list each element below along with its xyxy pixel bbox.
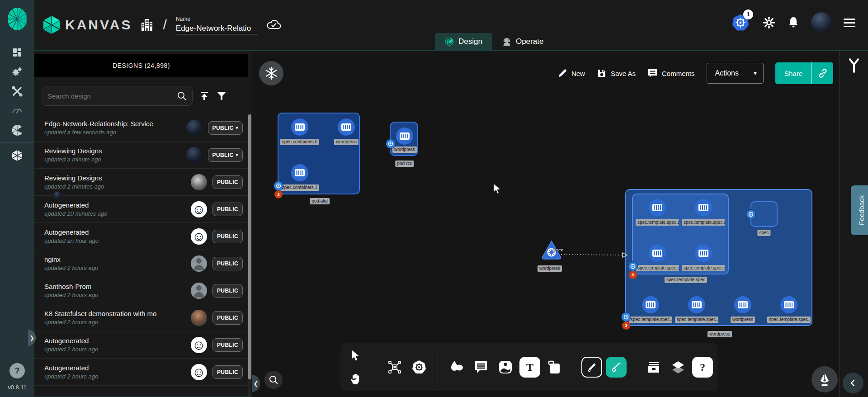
- search-icon[interactable]: [177, 91, 187, 101]
- issue-count-badge[interactable]: 3: [622, 321, 630, 330]
- drawer-tool-icon[interactable]: [643, 357, 664, 378]
- actions-caret-icon[interactable]: ▼: [747, 63, 763, 83]
- environment-badge-icon[interactable]: [746, 209, 756, 219]
- comments-button[interactable]: Comments: [647, 68, 695, 78]
- container-node[interactable]: [396, 128, 413, 145]
- edge-service-to-deployment[interactable]: [561, 250, 628, 260]
- tab-operate[interactable]: Operate: [492, 33, 553, 50]
- design-list-item[interactable]: Autogenerated updated 2 hours ago PUBLIC…: [34, 359, 248, 386]
- design-list-item[interactable]: Reviewing Designs updated a minute ago P…: [34, 142, 248, 169]
- help-icon[interactable]: ?: [9, 363, 25, 378]
- environment-badge-icon[interactable]: [628, 261, 638, 271]
- design-list-item[interactable]: Autogenerated updated 10 minutes ago PUB…: [34, 196, 248, 223]
- doodle-tool-icon[interactable]: [606, 357, 627, 378]
- design-list-item[interactable]: nginx updated 2 hours ago PUBLIC▾: [34, 250, 248, 277]
- environment-badge-icon[interactable]: [621, 312, 631, 322]
- container-node[interactable]: [688, 296, 705, 313]
- media-tool-icon[interactable]: [495, 357, 516, 378]
- container-node[interactable]: [780, 296, 797, 313]
- visibility-badge[interactable]: PUBLIC▾: [212, 257, 243, 270]
- settings-gear-icon[interactable]: [762, 16, 776, 29]
- menu-hamburger-icon[interactable]: [844, 19, 855, 27]
- meshery-logo[interactable]: [7, 7, 28, 31]
- container-node[interactable]: [338, 118, 355, 136]
- performance-icon[interactable]: [0, 101, 34, 120]
- kubernetes-tool-icon[interactable]: [409, 357, 429, 378]
- kubernetes-context-icon[interactable]: 1: [731, 13, 750, 33]
- pan-hand-tool-icon[interactable]: [345, 369, 366, 389]
- issue-count-badge[interactable]: 2: [274, 190, 283, 198]
- zoom-tool-icon[interactable]: [264, 371, 283, 389]
- tab-design[interactable]: Design: [435, 33, 492, 50]
- dashboard-icon[interactable]: [0, 43, 34, 62]
- designs-scrollbar[interactable]: [248, 114, 251, 397]
- copy-link-icon[interactable]: [811, 62, 833, 84]
- design-list-item[interactable]: Autogenerated updated an hour ago PUBLIC…: [34, 223, 248, 250]
- node-pod-template[interactable]: spec.template.spec.s... spec.template.sp…: [632, 194, 729, 274]
- design-search-box[interactable]: [42, 86, 193, 106]
- panel-collapse-chevron-icon[interactable]: ❮: [252, 375, 260, 392]
- filter-funnel-icon[interactable]: [216, 91, 227, 101]
- share-button[interactable]: Share: [775, 62, 811, 84]
- container-node[interactable]: [734, 296, 751, 313]
- layers-tool-icon[interactable]: [668, 357, 689, 378]
- import-design-icon[interactable]: [199, 90, 210, 101]
- design-list-item[interactable]: K8 Statefulset demonstration with mo upd…: [34, 304, 248, 331]
- visibility-badge[interactable]: PUBLIC▾: [212, 284, 243, 298]
- environment-badge-icon[interactable]: [274, 181, 283, 191]
- design-name-input[interactable]: [176, 23, 258, 34]
- visibility-badge[interactable]: PUBLIC▾: [212, 230, 243, 243]
- kanvas-brand[interactable]: KANVAS: [42, 15, 132, 35]
- design-list-item[interactable]: Edge-Network-Relationship: Service updat…: [34, 114, 248, 142]
- notifications-bell-icon[interactable]: [788, 16, 799, 29]
- extensions-icon[interactable]: [0, 120, 34, 140]
- visibility-badge[interactable]: PUBLIC▾: [212, 338, 243, 352]
- container-node[interactable]: [291, 118, 308, 136]
- shapes-tool-icon[interactable]: [446, 357, 467, 378]
- text-tool-icon[interactable]: T: [519, 357, 540, 378]
- new-button[interactable]: New: [557, 68, 585, 78]
- node-pod-rcc[interactable]: wordpress pod-rcc: [390, 122, 418, 156]
- feedback-tab[interactable]: Feedback: [851, 185, 868, 235]
- node-deployment-wordpress[interactable]: spec.template.spec.s... spec.template.sp…: [625, 189, 812, 326]
- visibility-select[interactable]: PUBLIC▾: [208, 121, 243, 135]
- pen-tool-icon[interactable]: [581, 357, 602, 378]
- cluster-snowflake-icon[interactable]: [259, 61, 283, 85]
- select-tool-icon[interactable]: [345, 345, 366, 366]
- design-search-input[interactable]: [47, 92, 177, 100]
- layout-tool-icon[interactable]: [384, 357, 405, 378]
- expand-panel-chevron-icon[interactable]: [843, 373, 863, 393]
- design-canvas[interactable]: New Save As Comments Actions ▼ Share: [252, 51, 840, 397]
- save-as-button[interactable]: Save As: [597, 68, 636, 78]
- configuration-toolbox-icon[interactable]: [0, 81, 34, 101]
- visibility-label: PUBLIC: [217, 233, 238, 240]
- visibility-badge[interactable]: PUBLIC▾: [212, 365, 243, 379]
- design-list-item[interactable]: Reviewing Designs updated 2 minutes ago …: [34, 169, 248, 196]
- kanvas-rail-icon[interactable]: [0, 146, 34, 165]
- organization-building-icon[interactable]: [140, 18, 154, 32]
- actions-button[interactable]: Actions: [707, 63, 747, 83]
- container-node[interactable]: [291, 164, 308, 181]
- visibility-select[interactable]: PUBLIC▾: [208, 148, 243, 162]
- help-tool-icon[interactable]: ?: [692, 357, 713, 378]
- merge-flask-icon[interactable]: [847, 58, 861, 73]
- design-list-item[interactable]: Santhosh-Prom updated 2 hours ago PUBLIC…: [34, 277, 248, 304]
- visibility-badge[interactable]: PUBLIC▾: [212, 311, 243, 325]
- container-node[interactable]: [642, 296, 659, 313]
- user-avatar[interactable]: [811, 12, 832, 33]
- issue-count-badge[interactable]: 5: [629, 271, 637, 279]
- lifecycle-gears-icon[interactable]: [0, 62, 34, 81]
- visibility-badge[interactable]: PUBLIC▾: [212, 175, 243, 189]
- container-node[interactable]: [695, 245, 712, 262]
- container-node[interactable]: [649, 199, 666, 216]
- note-tool-icon[interactable]: [544, 357, 565, 378]
- comment-tool-icon[interactable]: [471, 357, 491, 378]
- node-pod-skd[interactable]: spec.containers.0 wordpress spec.contain…: [278, 113, 360, 194]
- design-doodle-fab-icon[interactable]: [811, 366, 838, 392]
- container-node[interactable]: [649, 245, 666, 262]
- visibility-badge[interactable]: PUBLIC▾: [212, 203, 243, 216]
- scrollbar-thumb[interactable]: [248, 114, 251, 379]
- container-node[interactable]: [695, 199, 712, 216]
- design-list-item[interactable]: Autogenerated updated 2 hours ago PUBLIC…: [34, 331, 248, 359]
- environment-badge-icon[interactable]: [386, 139, 396, 149]
